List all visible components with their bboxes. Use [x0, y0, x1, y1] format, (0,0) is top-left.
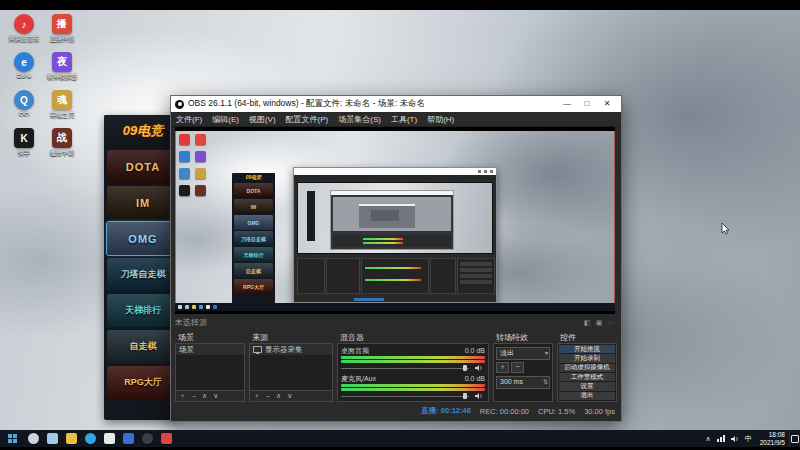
desktop-icons: ♪ 网易云音乐 播 直播伴侣 e Edge 夜 夜神模拟器 Q QQ 魂 英魂之… — [6, 14, 82, 166]
taskbar-live-companion-icon[interactable] — [161, 433, 172, 444]
settings-button[interactable]: 设置 — [559, 382, 615, 390]
exit-button[interactable]: 退出 — [559, 392, 615, 400]
desktop-icon-war-game[interactable]: 战 魔兽争霸 — [44, 128, 80, 166]
more-icon[interactable]: ⋯ — [605, 319, 617, 327]
desktop-icon-label: 快手 — [6, 149, 42, 158]
studio-mode-button[interactable]: 工作室模式 — [559, 373, 615, 381]
game-tile-rpg-hall[interactable]: RPG大厅 — [107, 366, 179, 399]
speaker-icon[interactable] — [475, 392, 483, 400]
captured-game-logo: 09电竞 — [232, 173, 275, 182]
action-center-icon — [791, 435, 799, 443]
add-scene-button[interactable]: ＋ — [176, 391, 189, 401]
obs-titlebar[interactable]: OBS 26.1.1 (64-bit, windows) - 配置文件: 未命名… — [171, 96, 621, 112]
emulator-icon: 夜 — [52, 52, 72, 72]
scene-up-button[interactable]: ∧ — [199, 392, 210, 400]
transition-select[interactable]: 淡出 ▾ — [496, 347, 550, 360]
volume-icon[interactable] — [731, 435, 739, 443]
captured-sources-dock — [326, 258, 360, 294]
captured-control-button — [460, 262, 492, 266]
game-tile-im[interactable]: IM — [107, 186, 179, 219]
obs-statusbar: 直播: 00:12:46 REC: 00:00:00 CPU: 1.5% 30.… — [175, 404, 615, 418]
slider-track — [341, 396, 469, 397]
captured-scenes-dock — [297, 258, 325, 294]
start-button[interactable] — [0, 430, 24, 447]
game-tile-omg[interactable]: OMG — [107, 222, 179, 255]
desktop-icon-game-client[interactable]: 魂 英魂之刃 — [44, 90, 80, 128]
desktop-icon-emulator[interactable]: 夜 夜神模拟器 — [44, 52, 80, 90]
desktop-icon-netease-music[interactable]: ♪ 网易云音乐 — [6, 14, 42, 52]
start-streaming-button[interactable]: 开始推流 — [559, 345, 615, 353]
action-center-button[interactable] — [789, 430, 800, 447]
desktop-icon-edge[interactable]: e Edge — [6, 52, 42, 90]
menu-view[interactable]: 视图(V) — [244, 114, 281, 125]
virtual-camera-button[interactable]: 启动虚拟摄像机 — [559, 364, 615, 372]
source-down-button[interactable]: ∨ — [284, 392, 295, 400]
volume-meter — [341, 360, 485, 363]
channel-name: 桌面音频 — [341, 346, 369, 355]
add-source-button[interactable]: ＋ — [250, 391, 263, 401]
minimize-button[interactable]: — — [557, 97, 577, 111]
menu-profile[interactable]: 配置文件(P) — [281, 114, 334, 125]
taskbar-file-explorer-icon[interactable] — [66, 433, 77, 444]
volume-slider[interactable] — [341, 364, 485, 372]
taskbar-store-icon[interactable] — [104, 433, 115, 444]
game-tile-dota[interactable]: DOTA — [107, 150, 179, 183]
taskbar-clock[interactable]: 18:08 2021/9/5 — [756, 431, 789, 446]
preview-area[interactable]: 09电竞 DOTAIMOMG刀塔自走棋天梯排行自走棋RPG大厅 — [175, 127, 615, 314]
scene-item[interactable]: 场景 — [176, 344, 244, 355]
taskbar-photos-icon[interactable] — [123, 433, 134, 444]
captured-desktop-icons — [179, 134, 211, 202]
game-tile-autochess[interactable]: 刀塔自走棋 — [107, 258, 179, 291]
tray-chevron-icon[interactable]: ∧ — [706, 435, 711, 443]
captured-game-tiles: DOTAIMOMG刀塔自走棋天梯排行自走棋RPG大厅 — [232, 182, 275, 295]
scene-down-button[interactable]: ∨ — [210, 392, 221, 400]
captured-control-button — [460, 280, 492, 284]
desktop-icon-label: 夜神模拟器 — [44, 73, 80, 82]
ime-indicator[interactable]: 中 — [745, 434, 752, 444]
desktop-icon-qq[interactable]: Q QQ — [6, 90, 42, 128]
spinner-icon[interactable]: ⇅ — [543, 377, 548, 387]
remove-scene-button[interactable]: − — [189, 393, 199, 400]
live-companion-icon: 播 — [52, 14, 72, 34]
add-transition-button[interactable]: ＋ — [496, 362, 509, 373]
scenes-dock: 场景 场景 ＋ − ∧ ∨ — [175, 332, 245, 402]
taskbar-obs-icon[interactable] — [142, 433, 153, 444]
remove-source-button[interactable]: − — [263, 393, 273, 400]
volume-slider[interactable] — [341, 392, 485, 400]
menu-edit[interactable]: 编辑(E) — [207, 114, 244, 125]
game-tile-chess[interactable]: 自走棋 — [107, 330, 179, 363]
captured-mixer-dock — [361, 258, 429, 294]
menu-scene-collection[interactable]: 场景集合(S) — [333, 114, 386, 125]
desktop-icon-kuaishou[interactable]: K 快手 — [6, 128, 42, 166]
network-icon[interactable] — [717, 435, 725, 442]
mixer-dock: 混音器 桌面音频 0.0 dB 麦克风/Aux — [337, 332, 489, 402]
snap-icon[interactable]: ◧ — [581, 319, 593, 327]
game-client-icon: 魂 — [52, 90, 72, 110]
maximize-button[interactable]: □ — [577, 97, 597, 111]
transition-duration-field[interactable]: 300 ms ⇅ — [496, 376, 550, 389]
qq-icon: Q — [14, 90, 34, 110]
taskbar-search-icon[interactable] — [28, 433, 39, 444]
menu-file[interactable]: 文件(F) — [171, 114, 207, 125]
desktop-icon-live-companion[interactable]: 播 直播伴侣 — [44, 14, 80, 52]
remove-transition-button[interactable]: − — [511, 362, 524, 373]
close-button[interactable]: ✕ — [597, 97, 617, 111]
source-item-display-capture[interactable]: 显示器采集 — [250, 344, 332, 355]
menu-tools[interactable]: 工具(T) — [386, 114, 422, 125]
transitions-body: 淡出 ▾ ＋ − 300 ms ⇅ — [493, 343, 553, 402]
windows-logo-icon — [8, 434, 17, 443]
icon-glyph: ♪ — [22, 19, 27, 30]
taskbar-task-view-icon[interactable] — [47, 433, 58, 444]
captured-control-button — [460, 274, 492, 278]
taskbar-edge-icon[interactable] — [85, 433, 96, 444]
slider-knob[interactable] — [463, 393, 467, 399]
source-up-button[interactable]: ∧ — [273, 392, 284, 400]
slider-knob[interactable] — [463, 365, 467, 371]
speaker-icon[interactable] — [475, 364, 483, 372]
grid-icon[interactable]: ▣ — [593, 319, 605, 327]
start-recording-button[interactable]: 开始录制 — [559, 354, 615, 362]
captured-meter — [363, 242, 403, 244]
desktop-icon-label: QQ — [6, 111, 42, 117]
menu-help[interactable]: 帮助(H) — [422, 114, 459, 125]
game-tile-ladder[interactable]: 天梯排行 — [107, 294, 179, 327]
